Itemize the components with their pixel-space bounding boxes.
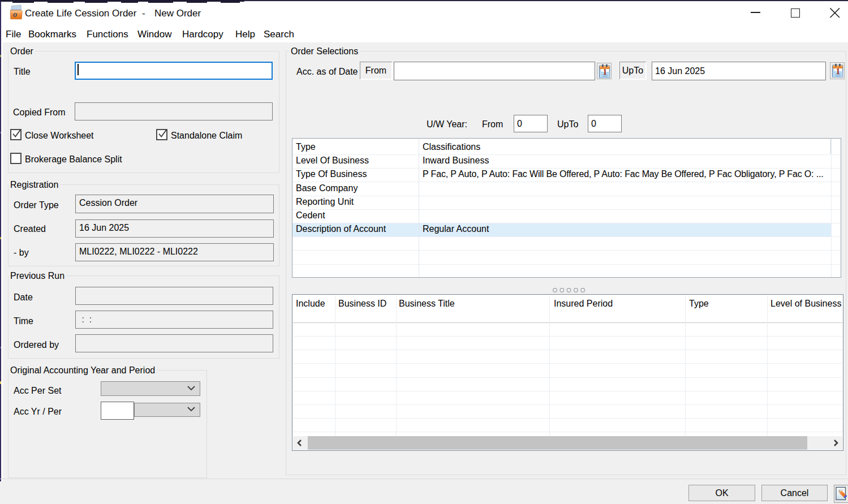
svg-text:1: 1 — [836, 67, 841, 76]
svg-text:o: o — [13, 10, 18, 19]
svg-text:1: 1 — [603, 67, 608, 76]
